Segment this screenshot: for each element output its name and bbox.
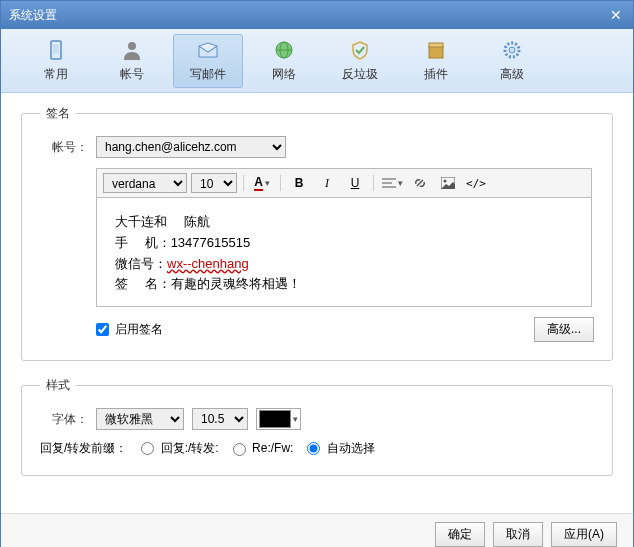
titlebar: 系统设置 ✕ (1, 1, 633, 29)
apply-button[interactable]: 应用(A) (551, 522, 617, 547)
main-tabs: 常用 帐号 写邮件 网络 反垃圾 插件 高级 (1, 29, 633, 93)
svg-point-9 (509, 47, 515, 53)
signature-legend: 签名 (40, 105, 76, 122)
phone-icon (44, 38, 68, 62)
editor-toolbar: verdana 10 A▾ B I U ▾ </> (96, 168, 592, 197)
align-button[interactable]: ▾ (380, 173, 404, 193)
window-title: 系统设置 (9, 7, 607, 24)
signature-group: 签名 帐号： hang.chen@alicehz.com verdana 10 … (21, 105, 613, 361)
underline-button[interactable]: U (343, 173, 367, 193)
settings-window: 系统设置 ✕ 常用 帐号 写邮件 网络 反垃圾 插件 高级 (0, 0, 634, 547)
svg-rect-6 (429, 46, 443, 58)
link-button[interactable] (408, 173, 432, 193)
enable-signature-checkbox[interactable]: 启用签名 (96, 321, 163, 338)
prefix-option-en[interactable]: Re:/Fw: (233, 441, 294, 455)
prefix-option-auto[interactable]: 自动选择 (307, 440, 374, 457)
gear-icon (500, 38, 524, 62)
content-area: 签名 帐号： hang.chen@alicehz.com verdana 10 … (1, 93, 633, 513)
font-color-button[interactable]: A▾ (250, 173, 274, 193)
style-font-select[interactable]: 微软雅黑 (96, 408, 184, 430)
svg-rect-7 (429, 43, 443, 47)
tab-account[interactable]: 帐号 (97, 34, 167, 88)
style-legend: 样式 (40, 377, 76, 394)
tab-plugins[interactable]: 插件 (401, 34, 471, 88)
prefix-label: 回复/转发前缀： (40, 440, 127, 457)
style-size-select[interactable]: 10.5 (192, 408, 248, 430)
code-button[interactable]: </> (464, 173, 488, 193)
dialog-footer: 确定 取消 应用(A) (1, 513, 633, 547)
signature-editor[interactable]: 大千连和 陈航 手 机：13477615515 微信号：wx--chenhang… (96, 197, 592, 307)
tab-advanced[interactable]: 高级 (477, 34, 547, 88)
font-label: 字体： (40, 411, 88, 428)
compose-icon (196, 38, 220, 62)
style-color-swatch[interactable]: ▾ (256, 408, 301, 430)
tab-compose[interactable]: 写邮件 (173, 34, 243, 88)
svg-point-14 (444, 180, 447, 183)
tab-antispam[interactable]: 反垃圾 (325, 34, 395, 88)
shield-icon (348, 38, 372, 62)
style-group: 样式 字体： 微软雅黑 10.5 ▾ 回复/转发前缀： 回复:/转发: Re:/… (21, 377, 613, 476)
svg-point-2 (128, 42, 136, 50)
tab-network[interactable]: 网络 (249, 34, 319, 88)
globe-icon (272, 38, 296, 62)
italic-button[interactable]: I (315, 173, 339, 193)
tab-common[interactable]: 常用 (21, 34, 91, 88)
close-icon[interactable]: ✕ (607, 6, 625, 24)
font-family-select[interactable]: verdana (103, 173, 187, 193)
font-size-select[interactable]: 10 (191, 173, 237, 193)
svg-rect-1 (53, 44, 59, 54)
account-select[interactable]: hang.chen@alicehz.com (96, 136, 286, 158)
image-button[interactable] (436, 173, 460, 193)
account-label: 帐号： (40, 139, 88, 156)
cancel-button[interactable]: 取消 (493, 522, 543, 547)
box-icon (424, 38, 448, 62)
signature-advanced-button[interactable]: 高级... (534, 317, 594, 342)
prefix-option-cn[interactable]: 回复:/转发: (141, 440, 218, 457)
bold-button[interactable]: B (287, 173, 311, 193)
user-icon (120, 38, 144, 62)
ok-button[interactable]: 确定 (435, 522, 485, 547)
